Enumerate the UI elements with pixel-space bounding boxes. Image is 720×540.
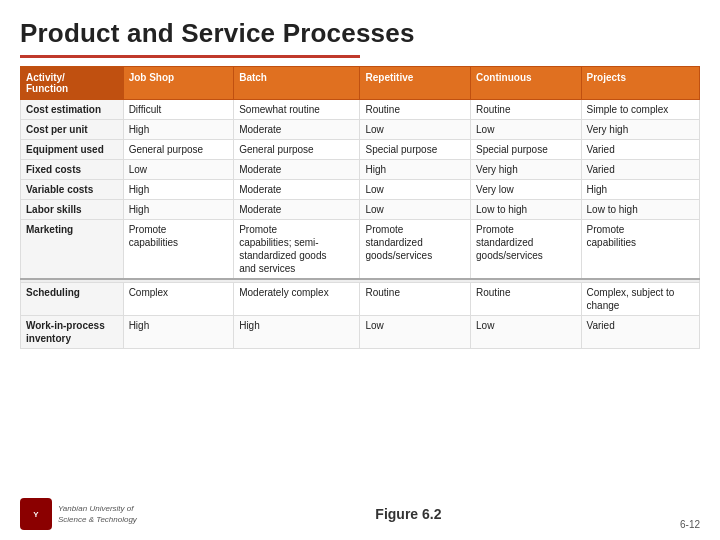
table-cell-value: Special purpose <box>360 140 471 160</box>
table-cell-label: Labor skills <box>21 200 124 220</box>
table-cell-value: Moderate <box>234 160 360 180</box>
table-row: Cost per unitHighModerateLowLowVery high <box>21 120 700 140</box>
table-cell-value: High <box>123 180 234 200</box>
table-cell-label: Work-in-processinventory <box>21 316 124 349</box>
table-cell-value: Promotestandardizedgoods/services <box>360 220 471 280</box>
table-cell-value: Promotecapabilities <box>581 220 699 280</box>
title-underline <box>20 55 360 58</box>
header-activity: Activity/Function <box>21 67 124 100</box>
table-row: Variable costsHighModerateLowVery lowHig… <box>21 180 700 200</box>
table-cell-value: Varied <box>581 316 699 349</box>
table-cell-value: Complex <box>123 283 234 316</box>
footer-figure: Figure 6.2 <box>137 506 680 522</box>
table-cell-value: Routine <box>471 283 582 316</box>
table-cell-value: High <box>581 180 699 200</box>
table-cell-value: Complex, subject tochange <box>581 283 699 316</box>
main-table: Activity/Function Job Shop Batch Repetit… <box>20 66 700 349</box>
table-cell-value: Promotecapabilities; semi-standardized g… <box>234 220 360 280</box>
table-wrapper: Activity/Function Job Shop Batch Repetit… <box>20 66 700 490</box>
table-cell-value: General purpose <box>123 140 234 160</box>
table-cell-value: Very high <box>471 160 582 180</box>
table-cell-value: Promotecapabilities <box>123 220 234 280</box>
table-header-row: Activity/Function Job Shop Batch Repetit… <box>21 67 700 100</box>
table-cell-value: Routine <box>360 283 471 316</box>
table-cell-label: Cost per unit <box>21 120 124 140</box>
table-cell-value: Varied <box>581 140 699 160</box>
table-cell-value: Low to high <box>471 200 582 220</box>
footer-school: Yanbían University of Science & Technolo… <box>58 503 137 525</box>
table-row: Cost estimationDifficultSomewhat routine… <box>21 100 700 120</box>
table-cell-label: Scheduling <box>21 283 124 316</box>
table-row: Fixed costsLowModerateHighVery highVarie… <box>21 160 700 180</box>
table-row: Work-in-processinventoryHighHighLowLowVa… <box>21 316 700 349</box>
table-cell-label: Equipment used <box>21 140 124 160</box>
header-repetitive: Repetitive <box>360 67 471 100</box>
table-cell-label: Fixed costs <box>21 160 124 180</box>
table-cell-value: Difficult <box>123 100 234 120</box>
table-cell-value: High <box>123 120 234 140</box>
table-cell-label: Cost estimation <box>21 100 124 120</box>
table-cell-value: Special purpose <box>471 140 582 160</box>
footer-left: Y Yanbían University of Science & Techno… <box>20 498 137 530</box>
table-cell-value: Moderate <box>234 180 360 200</box>
table-cell-value: Low <box>360 120 471 140</box>
table-cell-value: Routine <box>471 100 582 120</box>
table-cell-value: Promotestandardizedgoods/services <box>471 220 582 280</box>
table-cell-value: Low <box>471 316 582 349</box>
table-cell-value: Varied <box>581 160 699 180</box>
table-cell-label: Marketing <box>21 220 124 280</box>
table-row: Labor skillsHighModerateLowLow to highLo… <box>21 200 700 220</box>
header-batch: Batch <box>234 67 360 100</box>
table-cell-value: Low <box>360 200 471 220</box>
table-cell-value: Very low <box>471 180 582 200</box>
table-body: Cost estimationDifficultSomewhat routine… <box>21 100 700 349</box>
header-projects: Projects <box>581 67 699 100</box>
table-cell-value: Simple to complex <box>581 100 699 120</box>
table-cell-value: Very high <box>581 120 699 140</box>
table-cell-value: Moderately complex <box>234 283 360 316</box>
table-cell-value: Moderate <box>234 120 360 140</box>
table-cell-value: High <box>234 316 360 349</box>
footer-page: 6-12 <box>680 519 700 530</box>
table-row: Equipment usedGeneral purposeGeneral pur… <box>21 140 700 160</box>
page-container: Product and Service Processes Activity/F… <box>0 0 720 540</box>
table-cell-value: Moderate <box>234 200 360 220</box>
footer: Y Yanbían University of Science & Techno… <box>20 496 700 530</box>
table-cell-value: High <box>360 160 471 180</box>
table-cell-value: Routine <box>360 100 471 120</box>
table-row: SchedulingComplexModerately complexRouti… <box>21 283 700 316</box>
table-cell-value: Low <box>123 160 234 180</box>
header-continuous: Continuous <box>471 67 582 100</box>
footer-logo: Y <box>20 498 52 530</box>
table-cell-value: High <box>123 200 234 220</box>
table-cell-value: Low <box>360 180 471 200</box>
page-title: Product and Service Processes <box>20 18 700 49</box>
table-cell-value: High <box>123 316 234 349</box>
table-cell-value: Somewhat routine <box>234 100 360 120</box>
table-cell-value: Low to high <box>581 200 699 220</box>
table-cell-value: Low <box>360 316 471 349</box>
table-cell-value: Low <box>471 120 582 140</box>
table-cell-value: General purpose <box>234 140 360 160</box>
header-jobshop: Job Shop <box>123 67 234 100</box>
table-cell-label: Variable costs <box>21 180 124 200</box>
table-row: MarketingPromotecapabilitiesPromotecapab… <box>21 220 700 280</box>
